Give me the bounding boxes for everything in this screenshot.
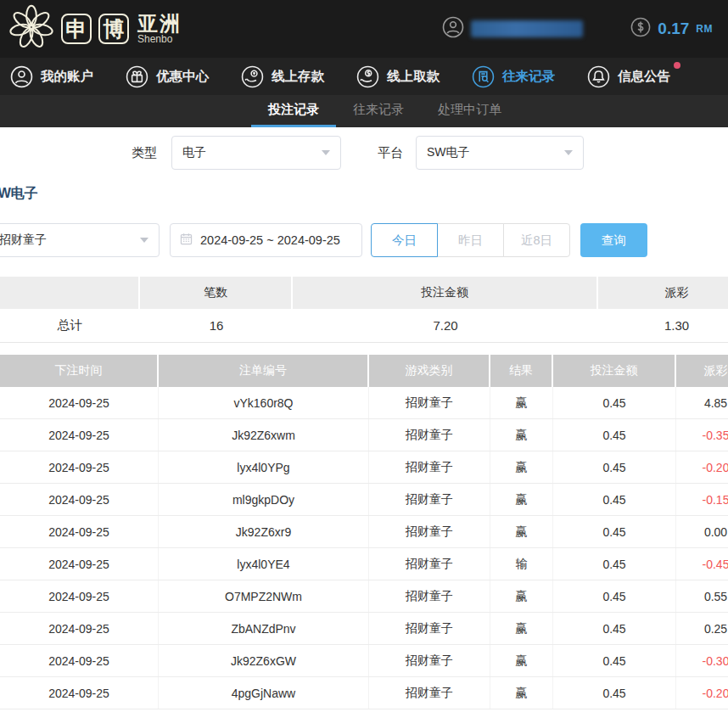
cell-bet-id: O7MPZ2NWm <box>159 580 369 612</box>
bet-table-header-row: 下注时间 注单编号 游戏类别 结果 投注金额 派彩 <box>0 355 728 387</box>
cell-payout: -0.20 <box>676 677 728 709</box>
chevron-down-icon <box>564 150 573 155</box>
cell-game-type: 招财童子 <box>369 484 490 515</box>
cell-bet-id: Jk92Z6xr9 <box>159 516 369 547</box>
cell-result: 赢 <box>490 516 553 547</box>
col-header-bet-id: 注单编号 <box>159 355 369 387</box>
section-title: SW电子 <box>0 185 728 203</box>
cell-payout: 0.55 <box>676 580 728 612</box>
cell-payout: -0.15 <box>676 484 728 515</box>
logo-region-text: 亚洲 <box>137 13 182 34</box>
platform-select[interactable]: SW电子 <box>416 136 584 170</box>
nav-item-promo-center[interactable]: 优惠中心 <box>126 65 209 88</box>
cell-result: 赢 <box>490 677 553 709</box>
site-logo[interactable]: 申 博 亚洲 Shenbo <box>8 4 182 53</box>
logo-char-shen: 申 <box>61 14 92 44</box>
summary-header-payout: 派彩 <box>598 277 728 309</box>
cell-bet-time: 2024-09-25 <box>0 580 159 612</box>
cell-result: 赢 <box>490 613 553 644</box>
content-area: 类型 电子 平台 SW电子 SW电子 招财童子 2024-09-25 ~ 202… <box>0 136 728 709</box>
cell-bet-id: ZbANZdPnv <box>159 613 369 644</box>
table-row: 2024-09-25 lyx4l0YE4 招财童子 输 0.45 -0.45 <box>0 548 728 580</box>
bet-records-table: 下注时间 注单编号 游戏类别 结果 投注金额 派彩 2024-09-25 vYk… <box>0 355 728 709</box>
cell-payout: 4.85 <box>676 387 728 418</box>
nav-label: 线上取款 <box>387 68 440 86</box>
cell-bet-id: Jk92Z6xGW <box>159 645 369 676</box>
main-navigation: 我的账户 优惠中心 线上存款 <box>0 58 728 95</box>
bell-icon <box>587 65 610 88</box>
nav-item-online-deposit[interactable]: 线上存款 <box>241 65 324 88</box>
table-row: 2024-09-25 ZbANZdPnv 招财童子 赢 0.45 0.25 <box>0 613 728 645</box>
cell-bet-time: 2024-09-25 <box>0 387 159 418</box>
tab-pending-orders[interactable]: 处理中订单 <box>421 95 518 127</box>
filter-row: 类型 电子 平台 SW电子 <box>132 136 728 170</box>
tab-bet-records[interactable]: 投注记录 <box>251 95 336 127</box>
username-redacted <box>471 20 583 37</box>
cell-result: 赢 <box>490 419 553 451</box>
summary-total-bet-amount: 7.20 <box>293 309 598 342</box>
cell-bet-amount: 0.45 <box>553 419 676 451</box>
cell-bet-time: 2024-09-25 <box>0 484 159 515</box>
summary-table: 笔数 投注金额 派彩 总计 16 7.20 1.30 <box>0 277 728 343</box>
summary-header-bet-amount: 投注金额 <box>293 277 598 309</box>
nav-item-transaction-records[interactable]: 往来记录 <box>472 65 555 88</box>
balance-display[interactable]: 0.17 RM <box>630 17 713 41</box>
cell-result: 赢 <box>490 484 553 515</box>
cell-game-type: 招财童子 <box>369 645 490 676</box>
cell-game-type: 招财童子 <box>369 516 490 547</box>
today-button[interactable]: 今日 <box>371 223 438 257</box>
balance-amount: 0.17 <box>658 20 689 38</box>
cell-bet-time: 2024-09-25 <box>0 548 159 580</box>
cell-result: 输 <box>490 548 553 580</box>
nav-label: 信息公告 <box>618 68 670 86</box>
table-row: 2024-09-25 vYk160r8Q 招财童子 赢 0.45 4.85 <box>0 387 728 419</box>
cell-payout: -0.20 <box>676 451 728 483</box>
nav-label: 我的账户 <box>41 68 93 86</box>
col-header-bet-time: 下注时间 <box>0 355 159 387</box>
cell-payout: -0.35 <box>676 419 728 451</box>
nav-label: 优惠中心 <box>156 68 209 86</box>
cell-bet-amount: 0.45 <box>553 613 676 644</box>
cell-game-type: 招财童子 <box>369 677 490 709</box>
cell-bet-amount: 0.45 <box>553 580 676 612</box>
yesterday-button[interactable]: 昨日 <box>437 223 504 257</box>
nav-label: 往来记录 <box>502 68 555 86</box>
cell-bet-amount: 0.45 <box>553 451 676 483</box>
nav-item-my-account[interactable]: 我的账户 <box>10 65 93 88</box>
type-filter-label: 类型 <box>132 145 157 161</box>
last-8-days-button[interactable]: 近8日 <box>503 223 570 257</box>
table-row: 2024-09-25 Jk92Z6xr9 招财童子 赢 0.45 0.00 <box>0 516 728 548</box>
cell-bet-amount: 0.45 <box>553 548 676 580</box>
cell-bet-time: 2024-09-25 <box>0 613 159 644</box>
cell-result: 赢 <box>490 387 553 418</box>
cell-bet-id: lyx4l0YE4 <box>159 548 369 580</box>
game-select[interactable]: 招财童子 <box>0 223 160 257</box>
type-select[interactable]: 电子 <box>171 136 341 170</box>
user-icon <box>442 16 464 42</box>
cell-result: 赢 <box>490 645 553 676</box>
cell-bet-id: lyx4l0YPg <box>159 451 369 483</box>
user-account-menu[interactable] <box>442 16 583 42</box>
cell-bet-time: 2024-09-25 <box>0 516 159 547</box>
date-range-value: 2024-09-25 ~ 2024-09-25 <box>200 233 340 247</box>
cell-bet-id: ml9gkpDOy <box>159 484 369 515</box>
tab-transaction-records[interactable]: 往来记录 <box>336 95 421 127</box>
game-select-value: 招财童子 <box>0 233 47 248</box>
cell-bet-time: 2024-09-25 <box>0 451 159 483</box>
bet-table-body: 2024-09-25 vYk160r8Q 招财童子 赢 0.45 4.85 20… <box>0 387 728 709</box>
calendar-icon <box>179 232 193 249</box>
cell-payout: 0.00 <box>676 516 728 547</box>
summary-total-payout: 1.30 <box>598 309 728 342</box>
nav-item-online-withdraw[interactable]: 线上取款 <box>356 65 440 88</box>
cell-bet-id: vYk160r8Q <box>159 387 369 418</box>
user-circle-icon <box>10 65 33 88</box>
col-header-game-type: 游戏类别 <box>369 355 490 387</box>
nav-item-announcements[interactable]: 信息公告 <box>587 65 670 88</box>
search-button[interactable]: 查询 <box>580 223 647 257</box>
cell-game-type: 招财童子 <box>369 387 490 418</box>
date-range-input[interactable]: 2024-09-25 ~ 2024-09-25 <box>170 223 362 257</box>
cell-payout: -0.30 <box>676 645 728 676</box>
chevron-down-icon <box>322 150 330 155</box>
cell-result: 赢 <box>490 451 553 483</box>
summary-header-row: 笔数 投注金额 派彩 <box>0 277 728 309</box>
